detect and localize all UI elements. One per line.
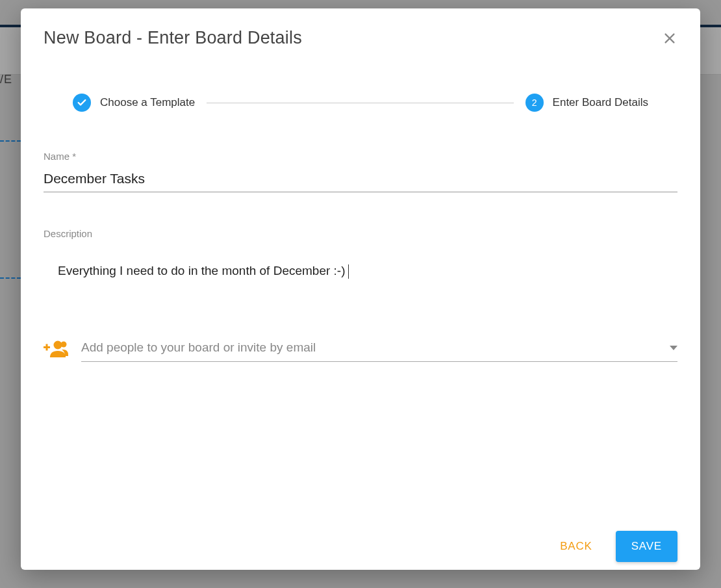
add-people-select[interactable]: Add people to your board or invite by em… <box>81 337 677 362</box>
name-input[interactable] <box>44 168 677 192</box>
step-1-label: Choose a Template <box>100 96 195 109</box>
description-field-group: Description Everything I need to do in t… <box>44 228 677 330</box>
form-body: Name * Description Everything I need to … <box>21 112 700 362</box>
name-label: Name * <box>44 151 677 162</box>
check-icon <box>77 97 87 108</box>
step-2-label: Enter Board Details <box>553 96 648 109</box>
stepper: Choose a Template 2 Enter Board Details <box>21 48 700 112</box>
svg-point-5 <box>61 341 67 347</box>
modal-title: New Board - Enter Board Details <box>44 28 302 48</box>
description-input[interactable]: Everything I need to do in the month of … <box>44 246 677 330</box>
close-button[interactable] <box>662 31 677 46</box>
svg-rect-3 <box>46 344 48 350</box>
step-1-circle <box>73 94 91 112</box>
new-board-modal: New Board - Enter Board Details Choose a… <box>21 8 700 570</box>
svg-point-4 <box>54 340 62 349</box>
step-connector <box>207 103 513 103</box>
step-1[interactable]: Choose a Template <box>73 94 195 112</box>
modal-header: New Board - Enter Board Details <box>21 8 700 48</box>
back-button[interactable]: BACK <box>555 532 598 561</box>
step-2-circle: 2 <box>525 94 544 112</box>
description-text: Everything I need to do in the month of … <box>58 264 346 277</box>
step-2: 2 Enter Board Details <box>525 94 648 112</box>
name-field-group: Name * <box>44 151 677 192</box>
chevron-down-icon <box>670 342 677 353</box>
save-button[interactable]: SAVE <box>616 531 677 562</box>
description-label: Description <box>44 228 677 239</box>
people-field-group: Add people to your board or invite by em… <box>44 337 677 362</box>
modal-footer: BACK SAVE <box>555 531 677 562</box>
people-placeholder: Add people to your board or invite by em… <box>81 340 316 355</box>
add-people-icon <box>44 339 70 360</box>
step-2-number: 2 <box>532 97 537 108</box>
close-icon <box>663 31 677 45</box>
